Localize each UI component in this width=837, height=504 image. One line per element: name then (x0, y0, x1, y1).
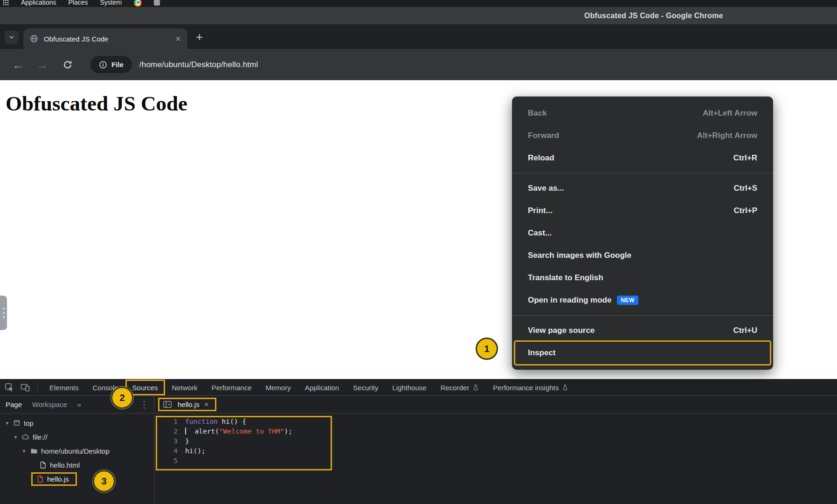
side-panel-handle[interactable] (0, 296, 7, 330)
context-menu: Back Alt+Left Arrow Forward Alt+Right Ar… (512, 97, 773, 370)
line-number: 3 (154, 436, 185, 446)
tab-label: Lighthouse (392, 384, 426, 392)
cloud-icon (21, 433, 29, 441)
tree-item-folder[interactable]: ▾ home/ubuntu/Desktop (0, 444, 154, 458)
folder-icon (30, 447, 38, 455)
tree-caret-icon[interactable]: ▾ (13, 434, 18, 440)
scheme-chip-label: File (111, 61, 124, 69)
code-text: } (185, 436, 189, 446)
menu-item-reading-mode[interactable]: Open in reading mode NEW (512, 289, 773, 311)
navigator-tab-workspace[interactable]: Workspace (32, 400, 67, 408)
annotation-step-2: 2 (111, 387, 133, 409)
screen: Applications Places System Obfuscated JS… (0, 0, 837, 504)
tree-label: file:// (33, 433, 48, 441)
menu-system[interactable]: System (100, 0, 122, 6)
menu-item-cast[interactable]: Cast... (512, 222, 773, 244)
tab-label: Recorder (441, 384, 470, 392)
tab-performance[interactable]: Performance (205, 380, 259, 395)
code-text: alert("Welcome to THM"); (185, 427, 292, 436)
code-line: 1 function hi() { (154, 417, 837, 427)
menu-separator (512, 173, 773, 173)
menu-item-translate[interactable]: Translate to English (512, 267, 773, 289)
frame-icon (13, 419, 21, 427)
tray-icon[interactable] (154, 0, 160, 6)
menu-item-print[interactable]: Print... Ctrl+P (512, 200, 773, 222)
menu-label: Print... (528, 206, 553, 215)
menu-label: Open in reading mode (528, 296, 611, 305)
menu-shortcut: Ctrl+S (733, 184, 757, 193)
editor-tab-close-icon[interactable]: × (204, 400, 209, 408)
code-editor[interactable]: 1 function hi() { 2 alert("Welcome to TH… (154, 414, 837, 504)
tab-lighthouse[interactable]: Lighthouse (385, 380, 433, 395)
tab-application[interactable]: Application (298, 380, 346, 395)
forward-button[interactable]: → (36, 59, 48, 71)
chrome-icon[interactable] (134, 0, 142, 7)
annotation-step-1: 1 (476, 338, 498, 360)
menu-shortcut: Alt+Right Arrow (697, 131, 757, 140)
info-icon (99, 61, 107, 69)
code-token: hi() { (218, 418, 246, 425)
tree-caret-icon[interactable]: ▾ (21, 448, 27, 454)
tab-recorder[interactable]: Recorder (434, 380, 486, 395)
code-line: 2 alert("Welcome to THM"); (154, 427, 837, 436)
menu-shortcut: Ctrl+U (733, 326, 757, 335)
window-title: Obfuscated JS Code - Google Chrome (584, 12, 723, 20)
tree-item-top[interactable]: ▾ top (0, 416, 154, 430)
tab-label: Network (172, 384, 198, 392)
menu-label: Search images with Google (528, 251, 631, 260)
tree-item-hello-html[interactable]: hello.html (0, 458, 154, 472)
tree-item-file-scheme[interactable]: ▾ file:// (0, 430, 154, 444)
tree-item-hello-js[interactable]: hello.js (0, 472, 154, 486)
tab-network[interactable]: Network (165, 380, 205, 395)
tab-elements[interactable]: Elements (42, 380, 86, 395)
menu-item-save-as[interactable]: Save as... Ctrl+S (512, 177, 773, 200)
menu-item-search-images[interactable]: Search images with Google (512, 244, 773, 267)
tree-label: home/ubuntu/Desktop (41, 447, 110, 455)
sources-body: ▾ top ▾ file:// ▾ (0, 414, 837, 504)
experiment-flask-icon (472, 384, 479, 391)
tab-label: Performance insights (493, 384, 559, 392)
editor-tab-bar: hello.js × (154, 396, 837, 413)
browser-tab[interactable]: Obfuscated JS Code × (23, 28, 187, 49)
back-button[interactable]: ← (12, 59, 24, 71)
new-tab-button[interactable]: + (196, 30, 203, 44)
annotation-step-3: 3 (93, 470, 115, 492)
tab-search-button[interactable] (5, 30, 19, 44)
toggle-navigator-icon[interactable] (163, 400, 172, 409)
navigator-overflow-icon[interactable]: » (77, 400, 81, 408)
system-menu-bar: Applications Places System (0, 0, 837, 7)
menu-item-reload[interactable]: Reload Ctrl+R (512, 147, 773, 169)
text-caret (185, 428, 186, 435)
menu-item-view-source[interactable]: View page source Ctrl+U (512, 319, 773, 342)
browser-toolbar: ← → File /home/ubuntu/Desktop/hello.html (0, 49, 837, 80)
editor-tab-hello-js[interactable]: hello.js × (178, 400, 209, 408)
menu-applications[interactable]: Applications (21, 0, 56, 6)
code-text: hi(); (185, 446, 206, 456)
tab-label: Security (353, 384, 378, 392)
tree-caret-icon[interactable]: ▾ (5, 420, 10, 426)
tab-security[interactable]: Security (346, 380, 385, 395)
device-toolbar-icon[interactable] (21, 383, 30, 392)
menu-shortcut: Ctrl+R (733, 153, 757, 163)
menu-places[interactable]: Places (69, 0, 88, 6)
tab-close-icon[interactable]: × (175, 34, 181, 43)
code-line: 4 hi(); (154, 446, 837, 456)
more-options-icon[interactable]: ⋮ (140, 400, 148, 410)
new-badge: NEW (617, 296, 638, 305)
reload-button[interactable] (62, 60, 73, 70)
site-info-chip[interactable]: File (90, 56, 132, 73)
line-number: 2 (154, 427, 185, 436)
tree-label: hello.js (47, 475, 69, 483)
apps-grid-icon[interactable] (3, 0, 9, 6)
menu-label: Save as... (528, 184, 564, 193)
tab-memory[interactable]: Memory (259, 380, 298, 395)
inspect-element-icon[interactable] (5, 383, 14, 392)
menu-item-inspect[interactable]: Inspect (515, 342, 770, 364)
navigator-tab-page[interactable]: Page (6, 400, 22, 408)
tab-performance-insights[interactable]: Performance insights (486, 380, 575, 395)
tab-label: Elements (49, 384, 79, 392)
code-token: function (185, 418, 218, 425)
tab-label: Sources (132, 384, 158, 392)
address-url[interactable]: /home/ubuntu/Desktop/hello.html (139, 60, 258, 69)
code-line: 3 } (154, 436, 837, 446)
